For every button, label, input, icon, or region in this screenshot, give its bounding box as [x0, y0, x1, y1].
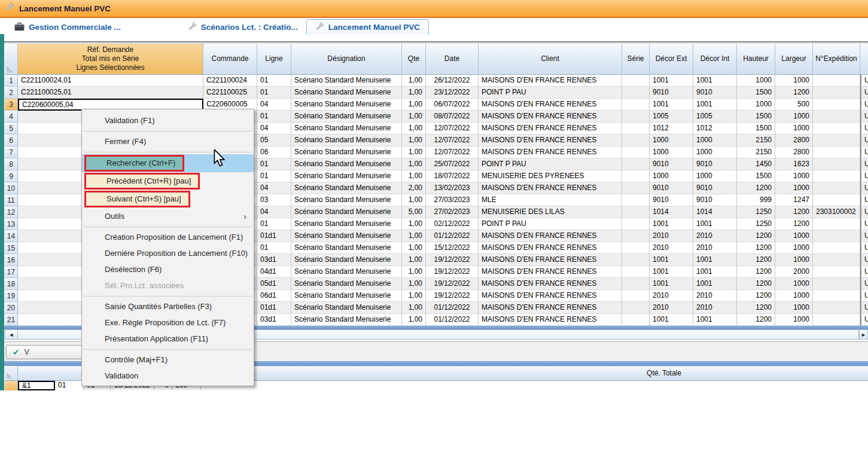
cell-designation[interactable]: Scénario Standard Menuiserie [291, 242, 402, 254]
cell-expedition[interactable]: 2303100002 [813, 206, 860, 218]
cell-largeur[interactable]: 2800 [775, 146, 813, 158]
cell-u[interactable]: U [860, 158, 868, 170]
menu-item-rechercher[interactable]: Rechercher (Ctrl+F) [82, 154, 254, 172]
cell-hauteur[interactable]: 1500 [737, 111, 775, 123]
cell-largeur[interactable]: 1000 [775, 290, 813, 302]
cell-u[interactable]: U [860, 75, 868, 87]
menu-item-exe-regle-proposition[interactable]: Exe. Règle Proposition de Lct. (F7) [82, 314, 254, 331]
row-number[interactable]: 3 [5, 99, 18, 111]
cell-u[interactable]: U [860, 135, 868, 146]
select-all-corner[interactable] [5, 366, 18, 381]
cell-ligne[interactable]: 04 [257, 206, 291, 218]
cell-designation[interactable]: Scénario Standard Menuiserie [291, 230, 402, 242]
cell-ligne[interactable]: 01 [257, 242, 291, 254]
cell-serie[interactable] [622, 314, 650, 326]
cell-serie[interactable] [622, 230, 650, 242]
cell-qte[interactable]: 1,00 [402, 146, 426, 158]
menu-item-outils[interactable]: Outils› [82, 208, 254, 224]
cell-decor_int[interactable]: 1000 [693, 135, 737, 146]
cell-serie[interactable] [622, 242, 650, 254]
cell-u[interactable]: U [860, 314, 868, 326]
cell-qte[interactable]: 1,00 [402, 170, 426, 182]
cell-designation[interactable]: Scénario Standard Menuiserie [291, 314, 402, 326]
cell-largeur[interactable]: 1000 [775, 111, 813, 123]
cell-decor_int[interactable]: 1001 [693, 314, 737, 326]
cell-client[interactable]: MAISONS D'EN FRANCE RENNES [479, 146, 622, 158]
row-number[interactable]: 17 [5, 266, 18, 278]
cell-largeur[interactable]: 1623 [775, 158, 813, 170]
cell-serie[interactable] [622, 75, 650, 87]
column-header-date[interactable]: Date [426, 43, 479, 75]
cell-largeur[interactable]: 2000 [775, 266, 813, 278]
cell-qte[interactable]: 1,00 [402, 158, 426, 170]
cell-client[interactable]: MAISONS D'EN FRANCE RENNES [479, 135, 622, 146]
cell-ligne[interactable]: 01 [257, 75, 291, 87]
cell-hauteur[interactable]: 1500 [737, 87, 775, 99]
cell-qte[interactable]: 1,00 [402, 266, 426, 278]
cell-ligne[interactable]: 01 [257, 170, 291, 182]
cell-largeur[interactable]: 1200 [775, 218, 813, 230]
menu-item-suivant[interactable]: Suivant (Ctrl+S) [pau] [82, 190, 254, 208]
cell-client[interactable]: MAISONS D'EN FRANCE RENNES [479, 75, 622, 87]
cell-ligne[interactable]: 03d1 [257, 314, 291, 326]
cell-client[interactable]: MAISONS D'EN FRANCE RENNES [479, 314, 622, 326]
cell-hauteur[interactable]: 1200 [737, 302, 775, 314]
cell-hauteur[interactable]: 1200 [737, 278, 775, 290]
row-number[interactable]: 13 [5, 218, 18, 230]
cell-largeur[interactable]: 1000 [775, 278, 813, 290]
cell-u[interactable]: U [860, 99, 868, 111]
row-number[interactable]: 19 [5, 290, 18, 302]
cell-client[interactable]: MAISONS D'EN FRANCE RENNES [479, 266, 622, 278]
row-number[interactable]: 16 [5, 254, 18, 266]
cell-decor_int[interactable]: 1012 [693, 123, 737, 135]
cell-decor_ext[interactable]: 1001 [650, 314, 693, 326]
cell-qte[interactable]: 1,00 [402, 194, 426, 206]
cell-ligne[interactable]: 04 [257, 182, 291, 194]
cell-decor_ext[interactable]: 1001 [650, 266, 693, 278]
cell-ligne[interactable]: 03 [257, 194, 291, 206]
cell-expedition[interactable] [813, 194, 860, 206]
cell-largeur[interactable]: 1000 [775, 230, 813, 242]
menu-item-derniere-proposition[interactable]: Dernière Proposition de Lancement (F10) [82, 245, 254, 261]
row-number[interactable]: 8 [5, 158, 18, 170]
cell-hauteur[interactable]: 1200 [737, 254, 775, 266]
tab-gestion-commerciale[interactable]: Gestion Commerciale ... [8, 20, 127, 35]
cell-serie[interactable] [622, 123, 650, 135]
column-header-largeur[interactable]: Largeur [775, 43, 813, 75]
cell-date[interactable]: 12/07/2022 [426, 135, 479, 146]
cell-ref[interactable]: C221100025,01 [18, 87, 203, 99]
scroll-right-button[interactable]: ► [859, 329, 868, 340]
row-number[interactable]: 10 [5, 182, 18, 194]
cell-decor_int[interactable]: 9010 [693, 194, 737, 206]
row-number[interactable]: 15 [5, 242, 18, 254]
table-row-2[interactable]: 2C221100025,01C22110002501Scénario Stand… [5, 87, 868, 99]
cell-hauteur[interactable]: 1200 [737, 314, 775, 326]
cell-ligne[interactable]: 01 [257, 87, 291, 99]
cell-client[interactable]: POINT P PAU [479, 87, 622, 99]
cell-expedition[interactable] [813, 266, 860, 278]
cell-decor_ext[interactable]: 1014 [650, 206, 693, 218]
row-number[interactable]: 6 [5, 135, 18, 146]
cell-qte[interactable]: 1,00 [402, 123, 426, 135]
cell-serie[interactable] [622, 99, 650, 111]
cell-expedition[interactable] [813, 218, 860, 230]
cell-u[interactable]: U [860, 254, 868, 266]
cell-ligne[interactable]: 01d1 [257, 302, 291, 314]
cell-designation[interactable]: Scénario Standard Menuiserie [291, 266, 402, 278]
cell-decor_ext[interactable]: 1001 [650, 99, 693, 111]
cell-largeur[interactable]: 2800 [775, 135, 813, 146]
column-header-decor_ext[interactable]: Décor Ext [650, 43, 693, 75]
validate-button[interactable]: ✔ V [6, 345, 82, 359]
cell-designation[interactable]: Scénario Standard Menuiserie [291, 302, 402, 314]
column-header-u[interactable] [860, 43, 868, 75]
cell-ligne[interactable]: 05 [257, 135, 291, 146]
cell-qte[interactable]: 5,00 [402, 206, 426, 218]
cell-decor_ext[interactable]: 2010 [650, 242, 693, 254]
cell-designation[interactable]: Scénario Standard Menuiserie [291, 206, 402, 218]
cell-decor_ext[interactable]: 1001 [650, 75, 693, 87]
cell-decor_int[interactable]: 9010 [693, 87, 737, 99]
cell-decor_int[interactable]: 2010 [693, 290, 737, 302]
cell-serie[interactable] [622, 111, 650, 123]
cell-designation[interactable]: Scénario Standard Menuiserie [291, 290, 402, 302]
cell-client[interactable]: MAISONS D'EN FRANCE RENNES [479, 302, 622, 314]
